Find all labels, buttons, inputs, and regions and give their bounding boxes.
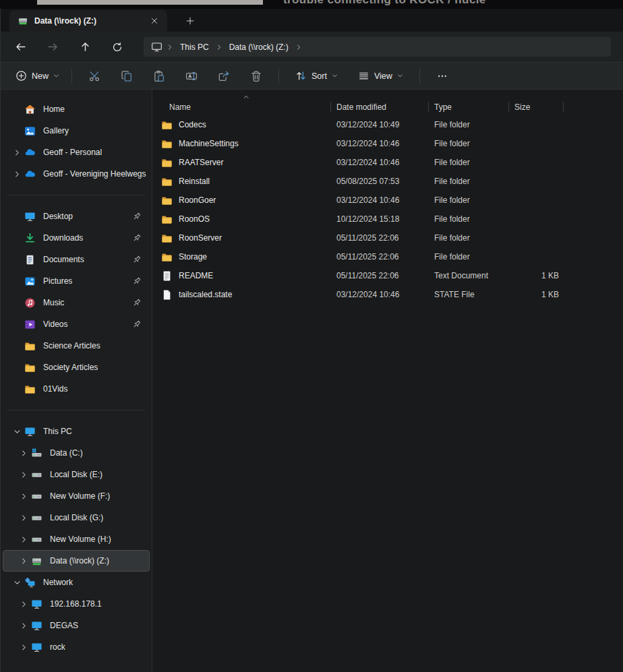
breadcrumb-chevron-icon[interactable] [167,44,173,51]
sidebar-item-home[interactable]: Home [3,98,150,120]
breadcrumb-chevron-icon[interactable] [295,44,302,51]
refresh-icon[interactable] [106,37,129,57]
folder-icon [24,362,36,373]
cut-icon[interactable] [80,65,109,87]
chevron-right-icon[interactable] [9,169,24,179]
sidebar-item-network-router[interactable]: 192.168.178.1 [3,593,150,615]
address-bar[interactable]: This PC Data (\\rock) (Z:) [144,37,611,57]
chevron-right-icon[interactable] [16,491,31,501]
chevron-right-icon[interactable] [16,642,31,652]
explorer-tab[interactable]: Data (\\rock) (Z:) [9,10,167,32]
sidebar-item-gallery[interactable]: Gallery [3,120,150,142]
chevron-down-icon[interactable] [9,426,24,437]
file-row-tailscaled-state[interactable]: tailscaled.state 03/12/2024 10:46 STATE … [152,285,623,304]
sort-button[interactable]: Sort [289,66,344,86]
folder-icon [161,233,173,244]
new-button-label: New [32,71,49,81]
navigation-bar: This PC Data (\\rock) (Z:) [1,32,623,62]
sidebar-item-society-articles[interactable]: Society Articles [3,357,150,378]
chevron-right-icon[interactable] [16,512,31,523]
chevron-right-icon[interactable] [16,620,31,631]
pc-icon [24,426,36,437]
sidebar-item-science-articles[interactable]: Science Articles [3,335,150,357]
breadcrumb-this-pc[interactable]: This PC [177,42,212,52]
forward-icon[interactable] [41,37,64,57]
monitor-icon[interactable] [151,41,162,53]
breadcrumb-current-folder[interactable]: Data (\\rock) (Z:) [227,42,291,52]
more-options-icon[interactable] [428,65,456,87]
new-tab-icon[interactable] [181,12,199,30]
new-button[interactable]: New [9,66,65,86]
folder-icon [24,340,36,352]
back-icon[interactable] [9,37,32,57]
folder-icon [161,214,173,225]
network-icon [24,577,36,588]
sidebar-item-onedrive-personal[interactable]: Geoff - Personal [3,142,150,163]
column-header-name[interactable]: Name [152,98,331,115]
file-explorer-window: Data (\\rock) (Z:) [0,9,623,672]
sidebar-item-network-rock[interactable]: rock [3,636,150,658]
delete-icon[interactable] [242,65,270,87]
chevron-right-icon[interactable] [16,599,31,609]
network-pc-icon [31,599,42,610]
file-row-roonos[interactable]: RoonOS 10/12/2024 15:18 File folder [152,210,623,228]
title-bar: Data (\\rock) (Z:) [1,9,623,32]
sidebar-item-drive-g[interactable]: Local Disk (G:) [3,507,150,528]
column-header-size[interactable]: Size [509,98,564,115]
share-icon[interactable] [210,65,238,87]
sidebar-item-network-degas[interactable]: DEGAS [3,615,150,636]
sidebar-item-drive-z[interactable]: Data (\\rock) (Z:) [3,550,150,572]
gallery-icon [24,125,36,137]
drive-icon [31,534,42,545]
onedrive-cloud-icon [24,147,36,158]
sidebar-item-music[interactable]: Music [3,292,150,313]
chevron-right-icon[interactable] [16,448,31,458]
view-button[interactable]: View [352,66,409,86]
rename-icon[interactable] [177,65,206,87]
sidebar-item-drive-e[interactable]: Local Disk (E:) [3,464,150,485]
column-header-type[interactable]: Type [429,98,509,115]
column-header-date-modified[interactable]: Date modified [331,98,429,115]
view-lines-icon [358,70,369,82]
breadcrumb-chevron-icon[interactable] [216,44,222,51]
sidebar-item-network[interactable]: Network [3,572,150,593]
sidebar-item-this-pc[interactable]: This PC [3,421,150,442]
sidebar-item-drive-c[interactable]: Data (C:) [3,442,150,464]
sidebar-item-videos[interactable]: Videos [3,313,150,335]
tab-close-icon[interactable] [146,12,163,30]
sidebar-item-onedrive-vereniging[interactable]: Geoff - Vereniging Heelwegs Be [3,163,150,185]
chevron-right-icon[interactable] [9,147,24,158]
drive-icon [31,512,42,524]
chevron-down-icon [397,73,403,79]
sidebar-item-drive-f[interactable]: New Volume (F:) [3,485,150,507]
chevron-right-icon[interactable] [16,555,31,566]
file-row-raatserver[interactable]: RAATServer 03/12/2024 10:46 File folder [152,153,623,172]
sidebar-item-documents[interactable]: Documents [3,249,150,270]
file-row-machinesettings[interactable]: MachineSettings 03/12/2024 10:46 File fo… [152,134,623,153]
network-drive-icon [31,555,42,567]
content-area: Home Gallery Geoff - Personal [1,90,623,672]
pin-icon [131,298,142,308]
up-icon[interactable] [73,37,96,57]
chevron-right-icon[interactable] [16,469,31,480]
folder-icon [161,119,173,131]
file-row-codecs[interactable]: Codecs 03/12/2024 10:49 File folder [152,115,623,134]
file-row-reinstall[interactable]: Reinstall 05/08/2025 07:53 File folder [152,172,623,191]
network-pc-icon [31,642,42,653]
sidebar-item-01vids[interactable]: 01Vids [3,378,150,400]
sidebar-item-pictures[interactable]: Pictures [3,270,150,292]
chevron-down-icon[interactable] [9,577,24,588]
sidebar-item-downloads[interactable]: Downloads [3,227,150,249]
os-drive-icon [31,448,42,459]
file-row-roongoer[interactable]: RoonGoer 03/12/2024 10:46 File folder [152,191,623,210]
copy-icon[interactable] [113,65,141,87]
file-row-readme[interactable]: README 05/11/2025 22:06 Text Document 1 … [152,266,623,285]
chevron-right-icon[interactable] [16,534,31,545]
paste-icon[interactable] [145,65,173,87]
file-row-storage[interactable]: Storage 05/11/2025 22:06 File folder [152,247,623,266]
toolbar-separator [278,69,279,84]
sidebar-item-drive-h[interactable]: New Volume (H:) [3,528,150,550]
view-button-label: View [374,71,392,81]
sidebar-item-desktop[interactable]: Desktop [3,206,150,227]
file-row-roonserver[interactable]: RoonServer 05/11/2025 22:06 File folder [152,228,623,247]
